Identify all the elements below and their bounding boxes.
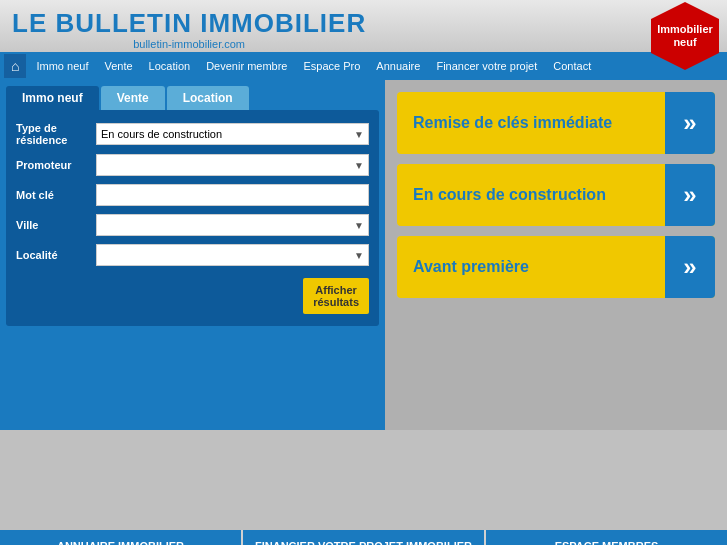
- tab-vente[interactable]: Vente: [101, 86, 165, 110]
- localite-select[interactable]: ▼: [96, 244, 369, 266]
- submit-row: Afficherrésultats: [16, 274, 369, 314]
- mot-cle-label: Mot clé: [16, 189, 96, 201]
- localite-arrow: ▼: [350, 250, 364, 261]
- type-residence-value: En cours de construction: [101, 128, 222, 140]
- type-residence-select[interactable]: En cours de construction ▼: [96, 123, 369, 145]
- ville-label: Ville: [16, 219, 96, 231]
- nav-contact[interactable]: Contact: [545, 56, 599, 76]
- promoteur-row: Promoteur ▼: [16, 154, 369, 176]
- left-panel: Immo neuf Vente Location Type de résiden…: [0, 80, 385, 430]
- footer-espace-membres[interactable]: ESPACE MEMBRES: [486, 530, 727, 545]
- nav-vente[interactable]: Vente: [96, 56, 140, 76]
- result-btn-construction-arrow: »: [665, 164, 715, 226]
- tab-location[interactable]: Location: [167, 86, 249, 110]
- result-btn-avant-arrow: »: [665, 236, 715, 298]
- badge-text: Immobilierneuf: [657, 23, 713, 49]
- result-btn-construction-label: En cours de construction: [397, 185, 665, 204]
- nav-immo-neuf[interactable]: Immo neuf: [28, 56, 96, 76]
- mot-cle-input[interactable]: [96, 184, 369, 206]
- nav-devenir-membre[interactable]: Devenir membre: [198, 56, 295, 76]
- logo-title: Le Bulletin Immobilier: [12, 10, 366, 36]
- afficher-resultats-button[interactable]: Afficherrésultats: [303, 278, 369, 314]
- right-panel: Remise de clés immédiate » En cours de c…: [385, 80, 727, 430]
- sub-tabs: Immo neuf Vente Location: [0, 80, 385, 110]
- ville-row: Ville ▼: [16, 214, 369, 236]
- result-btn-construction[interactable]: En cours de construction »: [397, 164, 715, 226]
- result-btn-avant[interactable]: Avant première »: [397, 236, 715, 298]
- result-btn-remise-label: Remise de clés immédiate: [397, 113, 665, 132]
- footer-annuaire[interactable]: ANNUAIRE IMMOBILIER: [0, 530, 243, 545]
- main-content: Immo neuf Vente Location Type de résiden…: [0, 80, 727, 430]
- logo-area: Le Bulletin Immobilier bulletin-immobili…: [12, 10, 366, 50]
- type-residence-row: Type de résidence En cours de constructi…: [16, 122, 369, 146]
- type-residence-arrow: ▼: [350, 129, 364, 140]
- localite-label: Localité: [16, 249, 96, 261]
- promoteur-label: Promoteur: [16, 159, 96, 171]
- promoteur-select[interactable]: ▼: [96, 154, 369, 176]
- nav-financer[interactable]: Financer votre projet: [428, 56, 545, 76]
- ville-select[interactable]: ▼: [96, 214, 369, 236]
- type-residence-label: Type de résidence: [16, 122, 96, 146]
- result-btn-remise[interactable]: Remise de clés immédiate »: [397, 92, 715, 154]
- ville-arrow: ▼: [350, 220, 364, 231]
- footer-bar: ANNUAIRE IMMOBILIER FINANCIER VOTRE PROJ…: [0, 530, 727, 545]
- result-btn-avant-label: Avant première: [397, 257, 665, 276]
- promoteur-arrow: ▼: [350, 160, 364, 171]
- spacer: [0, 430, 727, 530]
- search-form: Type de résidence En cours de constructi…: [6, 110, 379, 326]
- mot-cle-row: Mot clé: [16, 184, 369, 206]
- nav-espace-pro[interactable]: Espace Pro: [295, 56, 368, 76]
- tab-immo-neuf[interactable]: Immo neuf: [6, 86, 99, 110]
- footer-financer[interactable]: FINANCIER VOTRE PROJET IMMOBILIER: [243, 530, 486, 545]
- result-btn-remise-arrow: »: [665, 92, 715, 154]
- nav-home-button[interactable]: ⌂: [4, 54, 26, 78]
- nav-annuaire[interactable]: Annuaire: [368, 56, 428, 76]
- nav-location[interactable]: Location: [141, 56, 199, 76]
- home-icon: ⌂: [11, 58, 19, 74]
- localite-row: Localité ▼: [16, 244, 369, 266]
- header: Le Bulletin Immobilier bulletin-immobili…: [0, 0, 727, 52]
- navbar: ⌂ Immo neuf Vente Location Devenir membr…: [0, 52, 727, 80]
- logo-subtitle: bulletin-immobilier.com: [12, 38, 366, 50]
